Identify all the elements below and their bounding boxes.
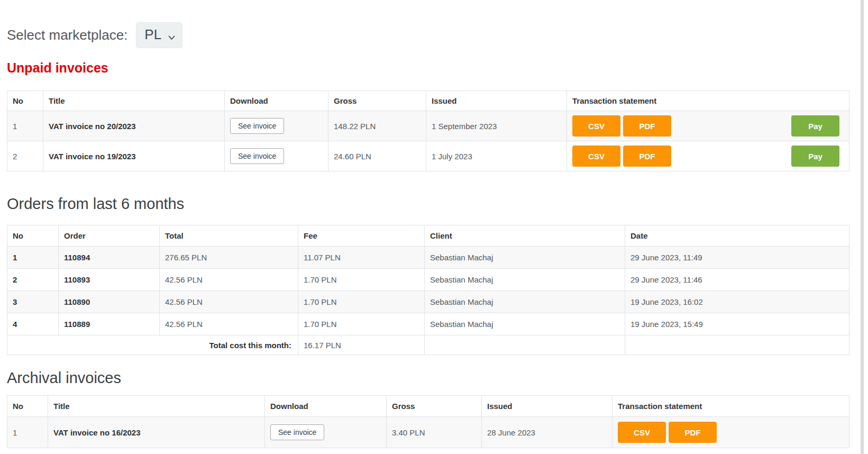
see-invoice-button[interactable]: See invoice (230, 148, 284, 164)
billing-page: Select marketplace: PL Unpaid invoices N… (0, 0, 868, 448)
column-header-gross: Gross (328, 91, 426, 111)
pay-button[interactable]: Pay (791, 146, 839, 167)
table-row: 3 110890 42.56 PLN 1.70 PLN Sebastian Ma… (7, 291, 849, 313)
cell-order: 110889 (59, 313, 160, 335)
orders-title: Orders from last 6 months (7, 195, 849, 213)
cell-title: VAT invoice no 16/2023 (48, 417, 265, 448)
cell-gross: 24.60 PLN (328, 141, 426, 171)
cell-no: 1 (7, 247, 59, 269)
table-row: 4 110889 42.56 PLN 1.70 PLN Sebastian Ma… (7, 313, 849, 335)
cell-order: 110894 (59, 247, 160, 269)
cell-transaction-statement: CSV PDF Pay (567, 111, 849, 141)
column-header-transaction-statement: Transaction statement (567, 91, 849, 111)
cell-gross: 3.40 PLN (387, 417, 482, 448)
cell-order: 110890 (59, 291, 160, 313)
column-header-no: No (7, 91, 43, 111)
csv-button[interactable]: CSV (572, 115, 620, 137)
marketplace-label: Select marketplace: (7, 27, 127, 43)
see-invoice-button[interactable]: See invoice (270, 424, 324, 440)
cell-no: 4 (7, 313, 59, 335)
marketplace-selected-value: PL (144, 26, 161, 43)
cell-empty (625, 335, 849, 355)
cell-transaction-statement: CSV PDF Pay (567, 141, 849, 171)
actions: CSV PDF Pay (572, 115, 844, 137)
archival-invoices-title: Archival invoices (7, 369, 849, 387)
column-header-transaction-statement: Transaction statement (613, 396, 849, 417)
cell-client: Sebastian Machaj (425, 247, 625, 269)
actions: CSV PDF Pay (572, 146, 844, 167)
cell-total: 42.56 PLN (160, 291, 298, 313)
column-header-client: Client (425, 225, 625, 247)
cell-client: Sebastian Machaj (425, 291, 625, 313)
cell-issued: 1 September 2023 (426, 111, 567, 141)
actions: CSV PDF (618, 422, 844, 443)
orders-table: No Order Total Fee Client Date 1 110894 … (7, 225, 849, 355)
pdf-button[interactable]: PDF (669, 422, 717, 443)
pdf-button[interactable]: PDF (623, 115, 671, 137)
total-cost-value: 16.17 PLN (298, 335, 425, 355)
cell-gross: 148.22 PLN (328, 111, 426, 141)
column-header-order: Order (59, 225, 160, 247)
cell-no: 1 (7, 417, 48, 448)
cell-total: 276.65 PLN (160, 247, 298, 269)
column-header-title: Title (48, 396, 265, 417)
column-header-no: No (7, 396, 48, 417)
cell-no: 2 (7, 141, 43, 171)
archival-invoices-table: No Title Download Gross Issued Transacti… (7, 395, 849, 448)
cell-title: VAT invoice no 19/2023 (43, 141, 225, 171)
unpaid-invoices-table: No Title Download Gross Issued Transacti… (7, 90, 849, 171)
cell-no: 2 (7, 269, 59, 291)
cell-no: 3 (7, 291, 59, 313)
table-header-row: No Title Download Gross Issued Transacti… (7, 91, 849, 111)
table-row: 2 110893 42.56 PLN 1.70 PLN Sebastian Ma… (7, 269, 849, 291)
cell-date: 19 June 2023, 16:02 (625, 291, 849, 313)
cell-download: See invoice (225, 111, 328, 141)
cell-order: 110893 (59, 269, 160, 291)
unpaid-invoices-title: Unpaid invoices (7, 61, 849, 75)
column-header-download: Download (265, 396, 387, 417)
see-invoice-button[interactable]: See invoice (230, 118, 284, 134)
cell-total: 42.56 PLN (160, 313, 298, 335)
cell-download: See invoice (225, 141, 328, 171)
cell-date: 19 June 2023, 15:49 (625, 313, 849, 335)
pdf-button[interactable]: PDF (623, 146, 671, 167)
column-header-gross: Gross (387, 396, 482, 417)
cell-title: VAT invoice no 20/2023 (43, 111, 225, 141)
column-header-fee: Fee (298, 225, 425, 247)
cell-date: 29 June 2023, 11:46 (625, 269, 849, 291)
cell-transaction-statement: CSV PDF (613, 417, 849, 448)
cell-issued: 1 July 2023 (426, 141, 567, 171)
cell-no: 1 (7, 111, 43, 141)
column-header-issued: Issued (482, 396, 613, 417)
table-row: 1 VAT invoice no 16/2023 See invoice 3.4… (7, 417, 849, 448)
cell-download: See invoice (265, 417, 387, 448)
table-row: 2 VAT invoice no 19/2023 See invoice 24.… (7, 141, 849, 171)
cell-issued: 28 June 2023 (482, 417, 613, 448)
csv-button[interactable]: CSV (618, 422, 666, 443)
table-row: 1 110894 276.65 PLN 11.07 PLN Sebastian … (7, 247, 849, 269)
cell-client: Sebastian Machaj (425, 269, 625, 291)
cell-empty (425, 335, 625, 355)
marketplace-select[interactable]: PL (136, 22, 182, 48)
column-header-total: Total (160, 225, 298, 247)
table-footer-row: Total cost this month: 16.17 PLN (7, 335, 849, 355)
column-header-no: No (7, 225, 59, 247)
cell-fee: 1.70 PLN (298, 269, 425, 291)
cell-fee: 11.07 PLN (298, 247, 425, 269)
table-row: 1 VAT invoice no 20/2023 See invoice 148… (7, 111, 849, 141)
column-header-issued: Issued (426, 91, 567, 111)
table-header-row: No Title Download Gross Issued Transacti… (7, 396, 849, 417)
column-header-title: Title (43, 91, 225, 111)
cell-total: 42.56 PLN (160, 269, 298, 291)
scrollbar[interactable] (861, 0, 864, 454)
cell-fee: 1.70 PLN (298, 291, 425, 313)
pay-button[interactable]: Pay (791, 115, 839, 137)
column-header-download: Download (225, 91, 328, 111)
csv-button[interactable]: CSV (572, 146, 620, 167)
cell-fee: 1.70 PLN (298, 313, 425, 335)
total-cost-label: Total cost this month: (7, 335, 298, 355)
column-header-date: Date (625, 225, 849, 247)
cell-client: Sebastian Machaj (425, 313, 625, 335)
cell-date: 29 June 2023, 11:49 (625, 247, 849, 269)
table-header-row: No Order Total Fee Client Date (7, 225, 849, 247)
